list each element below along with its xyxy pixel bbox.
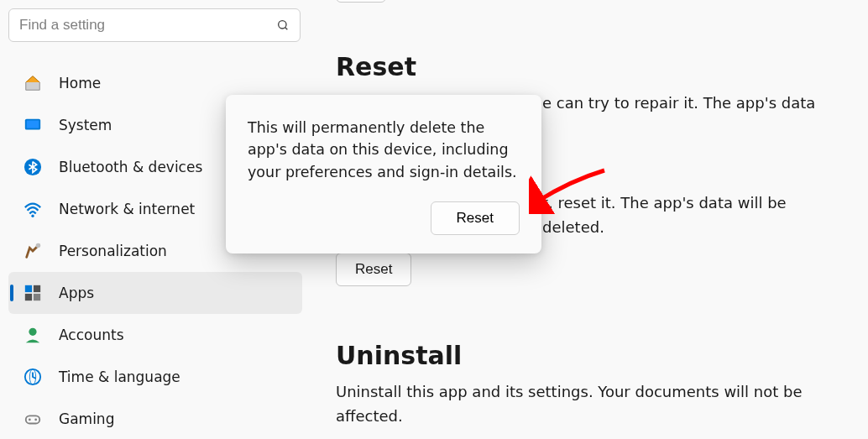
svg-point-5 bbox=[31, 215, 34, 217]
search-icon bbox=[276, 18, 290, 32]
search-box[interactable] bbox=[8, 8, 301, 42]
uninstall-section-title: Uninstall bbox=[336, 341, 843, 370]
sidebar-item-gaming[interactable]: Gaming bbox=[8, 398, 302, 439]
apps-icon bbox=[24, 284, 42, 302]
home-icon bbox=[24, 74, 42, 92]
reset-button[interactable]: Reset bbox=[336, 253, 411, 286]
svg-rect-3 bbox=[27, 121, 39, 128]
network-icon bbox=[24, 200, 42, 218]
search-input[interactable] bbox=[19, 17, 276, 34]
repair-button-partial[interactable] bbox=[336, 0, 386, 3]
accounts-icon bbox=[24, 326, 42, 344]
personalization-icon bbox=[24, 242, 42, 260]
svg-rect-14 bbox=[26, 415, 40, 423]
sidebar-item-label: Accounts bbox=[59, 327, 124, 343]
svg-point-6 bbox=[36, 243, 40, 248]
svg-point-0 bbox=[279, 21, 286, 29]
sidebar-item-time-language[interactable]: Time & language bbox=[8, 356, 302, 398]
sidebar-item-accounts[interactable]: Accounts bbox=[8, 314, 302, 356]
sidebar-item-label: Network & internet bbox=[59, 201, 195, 217]
sidebar-item-label: Personalization bbox=[59, 243, 167, 259]
sidebar-item-label: Home bbox=[59, 75, 101, 91]
system-icon bbox=[24, 116, 42, 134]
uninstall-desc: Uninstall this app and its settings. You… bbox=[336, 380, 843, 429]
reset-confirm-popup: This will permanently delete the app's d… bbox=[226, 95, 541, 253]
repair-desc-partial: e can try to repair it. The app's data bbox=[542, 91, 843, 116]
bluetooth-icon bbox=[24, 158, 42, 176]
sidebar-item-apps[interactable]: Apps bbox=[8, 272, 302, 314]
popup-text: This will permanently delete the app's d… bbox=[248, 117, 520, 183]
reset-desc-partial: t, reset it. The app's data will be dele… bbox=[542, 191, 843, 240]
svg-rect-8 bbox=[34, 285, 40, 292]
svg-point-15 bbox=[29, 419, 31, 421]
sidebar-item-label: Apps bbox=[59, 285, 94, 301]
time-language-icon bbox=[24, 368, 42, 386]
sidebar-item-label: System bbox=[59, 117, 112, 133]
popup-reset-button[interactable]: Reset bbox=[431, 201, 520, 235]
sidebar-item-label: Bluetooth & devices bbox=[59, 159, 202, 175]
svg-rect-7 bbox=[25, 285, 32, 292]
gaming-icon bbox=[24, 410, 42, 428]
sidebar-item-label: Time & language bbox=[59, 368, 180, 385]
svg-rect-9 bbox=[25, 294, 32, 301]
svg-rect-10 bbox=[34, 294, 40, 301]
reset-section-title: Reset bbox=[336, 52, 843, 81]
svg-point-16 bbox=[34, 419, 37, 421]
sidebar-item-label: Gaming bbox=[59, 410, 114, 427]
svg-line-1 bbox=[285, 28, 288, 30]
svg-point-11 bbox=[29, 328, 36, 336]
